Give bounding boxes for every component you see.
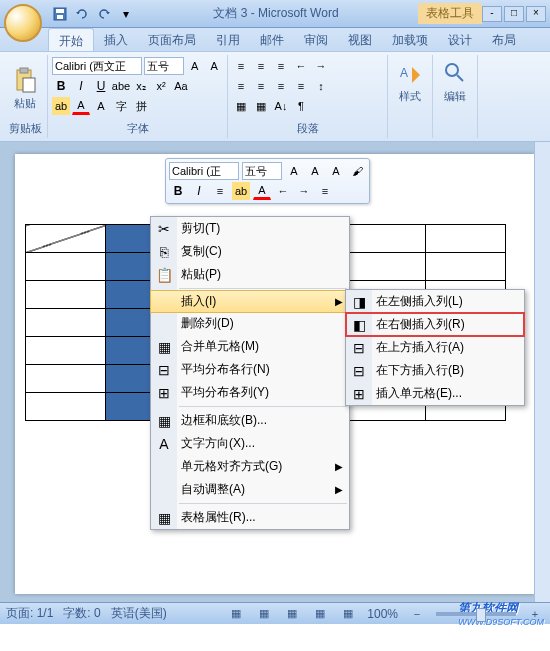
table-cell[interactable] [426,225,506,253]
menu-cut[interactable]: ✂剪切(T) [151,217,349,240]
line-spacing-icon[interactable]: ↕ [312,77,330,95]
change-case-icon[interactable]: Aa [172,77,190,95]
font-size-select[interactable] [144,57,184,75]
view-print-layout-icon[interactable]: ▦ [227,605,245,623]
font-name-select[interactable] [52,57,142,75]
qat-dropdown-icon[interactable]: ▾ [118,6,134,22]
paste-button[interactable]: 粘贴 [7,64,43,113]
table-cell[interactable] [426,253,506,281]
mini-font-size[interactable] [242,162,282,180]
mini-font-name[interactable] [169,162,239,180]
vertical-scrollbar[interactable] [534,142,550,602]
office-button[interactable] [4,4,42,42]
mini-font-color-icon[interactable]: A [253,182,271,200]
shading-icon[interactable]: ▦ [232,97,250,115]
superscript-icon[interactable]: x² [152,77,170,95]
table-cell[interactable] [26,337,106,365]
indent-right-icon[interactable]: → [312,57,330,75]
underline-icon[interactable]: U [92,77,110,95]
bullets-icon[interactable]: ≡ [232,57,250,75]
grow-font-icon[interactable]: A [186,57,204,75]
mini-grow-font-icon[interactable]: A [285,162,303,180]
tab-mailings[interactable]: 邮件 [250,28,294,51]
strike-icon[interactable]: abe [112,77,130,95]
show-marks-icon[interactable]: ¶ [292,97,310,115]
submenu-insert-cells[interactable]: ⊞插入单元格(E)... [346,382,524,405]
mini-center-icon[interactable]: ≡ [211,182,229,200]
document-page[interactable]: A A A 🖌 B I ≡ ab A ← → ≡ [15,154,535,594]
char-shading-icon[interactable]: A [92,97,110,115]
table-cell[interactable] [26,393,106,421]
highlight-icon[interactable]: ab [52,97,70,115]
zoom-slider[interactable] [436,612,516,616]
table-cell[interactable] [26,253,106,281]
minimize-button[interactable]: - [482,6,502,22]
mini-indent-dec-icon[interactable]: ← [274,182,292,200]
table-cell[interactable] [26,309,106,337]
view-web-icon[interactable]: ▦ [283,605,301,623]
menu-cell-alignment[interactable]: 单元格对齐方式(G)▶ [151,455,349,478]
redo-icon[interactable] [96,6,112,22]
subscript-icon[interactable]: x₂ [132,77,150,95]
table-cell[interactable] [26,365,106,393]
bold-icon[interactable]: B [52,77,70,95]
tab-layout[interactable]: 布局 [482,28,526,51]
table-cell[interactable] [346,225,426,253]
submenu-insert-below[interactable]: ⊟在下方插入行(B) [346,359,524,382]
menu-text-direction[interactable]: A文字方向(X)... [151,432,349,455]
mini-format-painter-icon[interactable]: 🖌 [348,162,366,180]
undo-icon[interactable] [74,6,90,22]
mini-highlight-icon[interactable]: ab [232,182,250,200]
borders-icon[interactable]: ▦ [252,97,270,115]
align-right-icon[interactable]: ≡ [272,77,290,95]
view-draft-icon[interactable]: ▦ [339,605,357,623]
table-cell[interactable] [26,281,106,309]
menu-table-properties[interactable]: ▦表格属性(R)... [151,506,349,529]
styles-button[interactable]: A 样式 [392,57,428,106]
menu-paste[interactable]: 📋粘贴(P) [151,263,349,286]
tab-home[interactable]: 开始 [48,28,94,51]
menu-borders-shading[interactable]: ▦边框和底纹(B)... [151,409,349,432]
view-reading-icon[interactable]: ▦ [255,605,273,623]
phonetic-icon[interactable]: 拼 [132,97,150,115]
zoom-level[interactable]: 100% [367,607,398,621]
mini-bullets-icon[interactable]: ≡ [316,182,334,200]
multilevel-icon[interactable]: ≡ [272,57,290,75]
zoom-out-icon[interactable]: − [408,605,426,623]
tab-insert[interactable]: 插入 [94,28,138,51]
italic-icon[interactable]: I [72,77,90,95]
justify-icon[interactable]: ≡ [292,77,310,95]
tab-review[interactable]: 审阅 [294,28,338,51]
tab-page-layout[interactable]: 页面布局 [138,28,206,51]
align-left-icon[interactable]: ≡ [232,77,250,95]
indent-left-icon[interactable]: ← [292,57,310,75]
sort-icon[interactable]: A↓ [272,97,290,115]
menu-delete-column[interactable]: 删除列(D) [151,312,349,335]
menu-distribute-cols[interactable]: ⊞平均分布各列(Y) [151,381,349,404]
tab-view[interactable]: 视图 [338,28,382,51]
char-border-icon[interactable]: 字 [112,97,130,115]
submenu-insert-right[interactable]: ◧在右侧插入列(R) [346,313,524,336]
align-center-icon[interactable]: ≡ [252,77,270,95]
submenu-insert-left[interactable]: ◨在左侧插入列(L) [346,290,524,313]
table-cell[interactable] [346,253,426,281]
menu-merge-cells[interactable]: ▦合并单元格(M) [151,335,349,358]
tab-addins[interactable]: 加载项 [382,28,438,51]
menu-copy[interactable]: ⎘复制(C) [151,240,349,263]
shrink-font-icon[interactable]: A [206,57,224,75]
menu-distribute-rows[interactable]: ⊟平均分布各行(N) [151,358,349,381]
close-button[interactable]: × [526,6,546,22]
font-color-icon[interactable]: A [72,97,90,115]
tab-references[interactable]: 引用 [206,28,250,51]
view-outline-icon[interactable]: ▦ [311,605,329,623]
menu-autofit[interactable]: 自动调整(A)▶ [151,478,349,501]
save-icon[interactable] [52,6,68,22]
status-page[interactable]: 页面: 1/1 [6,605,53,622]
status-word-count[interactable]: 字数: 0 [63,605,100,622]
menu-insert[interactable]: 插入(I)▶ [150,290,350,313]
mini-bold-icon[interactable]: B [169,182,187,200]
table-cell[interactable] [26,225,106,253]
mini-indent-inc-icon[interactable]: → [295,182,313,200]
editing-button[interactable]: 编辑 [437,57,473,106]
maximize-button[interactable]: □ [504,6,524,22]
